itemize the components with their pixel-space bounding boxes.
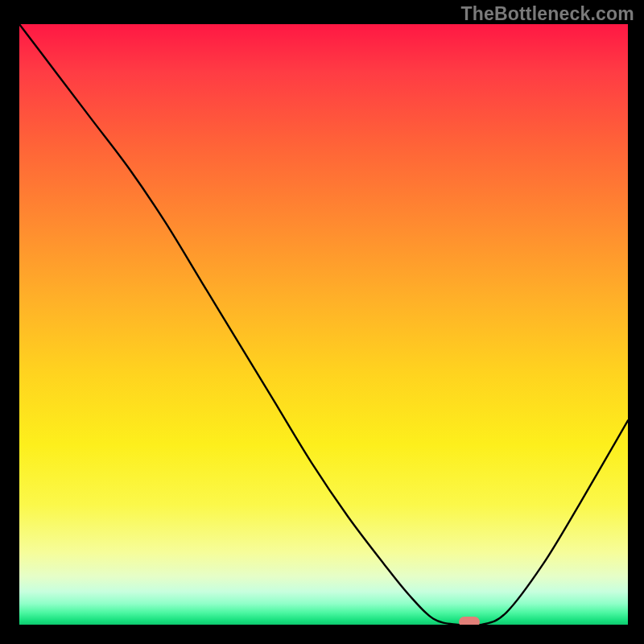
- plot-area: [19, 24, 628, 625]
- chart-stage: TheBottleneck.com: [0, 0, 644, 644]
- bottleneck-curve: [19, 24, 628, 625]
- optimum-marker: [459, 617, 480, 625]
- watermark-text: TheBottleneck.com: [460, 3, 634, 25]
